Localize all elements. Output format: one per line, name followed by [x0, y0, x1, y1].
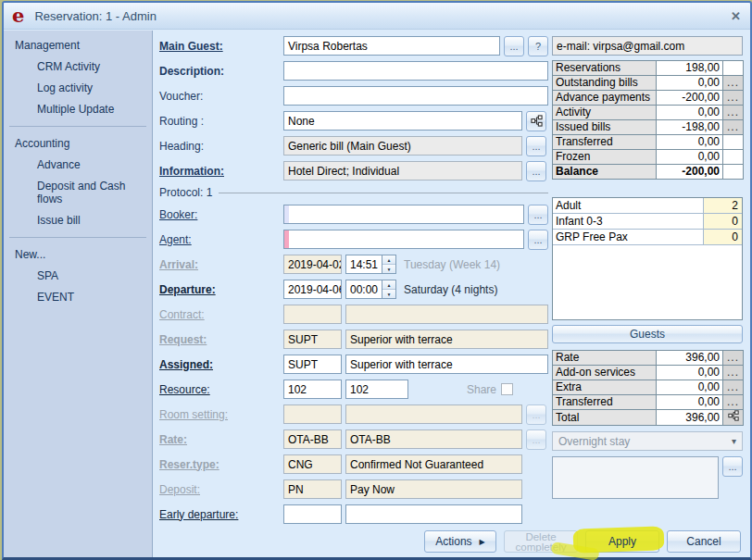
sidebar-item-multiple-update[interactable]: Multiple Update	[4, 98, 152, 119]
arrival-date-input[interactable]: 2019-04-02	[283, 255, 342, 274]
resource-code-input[interactable]: 102	[283, 380, 342, 399]
early-departure-name-input[interactable]	[345, 504, 522, 524]
cancel-button[interactable]: Cancel	[667, 530, 741, 553]
actions-button[interactable]: Actions▶	[424, 530, 496, 553]
pax-row: Adult2	[553, 198, 742, 214]
reser-type-name-input[interactable]: Confirmed Not Guaranteed	[345, 454, 522, 474]
table-row: Activity0,00...	[553, 106, 744, 120]
deposit-code-input[interactable]: PN	[283, 479, 342, 499]
apply-button[interactable]: Apply	[585, 530, 659, 553]
main-guest-help-button[interactable]: ?	[528, 36, 548, 56]
spin-down-icon[interactable]: ▼	[382, 264, 395, 273]
grp-free-pax-cell[interactable]: 0	[703, 230, 742, 244]
agent-label: Agent:	[159, 233, 283, 246]
routing-label: Routing :	[159, 115, 283, 128]
sidebar-section-management: Management	[4, 31, 152, 56]
heading-browse-button[interactable]: ...	[526, 136, 546, 156]
pax-row: Infant 0-30	[553, 214, 742, 230]
close-icon[interactable]: ✕	[731, 9, 741, 23]
sidebar-item-issue-bill[interactable]: Issue bill	[4, 209, 152, 230]
table-row: Extra0,00...	[553, 380, 744, 395]
protocol-group: Protocol: 1	[159, 183, 548, 202]
table-row: Rate396,00...	[553, 351, 744, 366]
table-row: Add-on services0,00...	[553, 366, 744, 380]
arrival-time-spinner[interactable]: ▲▼	[382, 255, 395, 273]
share-checkbox[interactable]	[501, 383, 513, 395]
departure-time-spinner[interactable]: ▲▼	[382, 280, 395, 298]
main-guest-label: Main Guest:	[159, 40, 283, 53]
booker-label: Booker:	[159, 208, 283, 221]
notes-textarea[interactable]	[552, 456, 719, 499]
routing-input[interactable]: None	[283, 111, 522, 131]
table-row: Frozen0,00	[553, 150, 744, 165]
agent-browse-button[interactable]: ...	[528, 230, 548, 250]
reser-type-label: Reser.type:	[159, 458, 283, 471]
extra-browse-button[interactable]: ...	[723, 380, 744, 395]
rate-label: Rate:	[159, 433, 283, 446]
guests-button[interactable]: Guests	[552, 325, 743, 343]
routing-tree-icon[interactable]	[526, 111, 546, 131]
rate-code-input[interactable]: OTA-BB	[283, 429, 342, 449]
early-departure-code-input[interactable]	[283, 504, 342, 524]
sidebar-item-crm-activity[interactable]: CRM Activity	[4, 56, 152, 77]
transferred-browse-button[interactable]: ...	[723, 395, 744, 410]
contract-code-input[interactable]	[283, 305, 342, 324]
pax-row: GRP Free Pax0	[553, 230, 742, 245]
sidebar-item-advance[interactable]: Advance	[4, 154, 152, 175]
addon-services-browse-button[interactable]: ...	[723, 366, 744, 380]
adult-count-cell[interactable]: 2	[703, 198, 742, 213]
total-routing-icon[interactable]	[723, 410, 744, 426]
sidebar-item-log-activity[interactable]: Log activity	[4, 77, 152, 98]
assigned-name-input[interactable]: Superior with terrace	[345, 355, 548, 374]
room-setting-browse-button[interactable]: ...	[526, 404, 546, 425]
information-label: Information:	[159, 165, 283, 178]
sidebar-item-deposit-cash-flows[interactable]: Deposit and Cash flows	[4, 175, 152, 209]
information-input[interactable]: Hotel Direct; Individual	[283, 161, 522, 180]
arrival-label: Arrival:	[159, 258, 283, 271]
table-row: Reservations198,00	[553, 61, 744, 76]
finance-summary-table: Reservations198,00 Outstanding bills0,00…	[552, 60, 744, 180]
request-label: Request:	[159, 333, 283, 346]
room-setting-label: Room setting:	[159, 408, 283, 421]
description-input[interactable]	[283, 61, 548, 81]
issued-bills-browse-button[interactable]: ...	[723, 120, 744, 135]
departure-time-input[interactable]: 00:00 ▲▼	[345, 280, 396, 299]
spin-up-icon[interactable]: ▲	[382, 280, 395, 289]
agent-input[interactable]	[283, 230, 524, 249]
request-name-input[interactable]: Superior with terrace	[345, 330, 548, 349]
voucher-label: Voucher:	[159, 90, 283, 103]
rate-browse-button[interactable]: ...	[526, 429, 546, 450]
assigned-code-input[interactable]: SUPT	[283, 355, 342, 374]
spin-down-icon[interactable]: ▼	[382, 289, 395, 298]
rate-name-input[interactable]: OTA-BB	[345, 429, 522, 449]
stay-type-dropdown[interactable]: Overnight stay ▾	[552, 431, 743, 451]
deposit-name-input[interactable]: Pay Now	[345, 479, 522, 499]
room-setting-code-input[interactable]	[283, 404, 342, 424]
sidebar-item-event[interactable]: EVENT	[4, 286, 152, 307]
main-guest-browse-button[interactable]: ...	[504, 36, 524, 56]
notes-browse-button[interactable]: ...	[722, 456, 743, 477]
sidebar-item-spa[interactable]: SPA	[4, 265, 152, 286]
voucher-input[interactable]	[283, 86, 548, 106]
departure-date-input[interactable]: 2019-04-06	[283, 280, 342, 299]
description-label: Description:	[159, 65, 283, 78]
resource-name-input[interactable]: 102	[345, 380, 408, 399]
booker-input[interactable]	[283, 205, 524, 224]
arrival-time-input[interactable]: 14:51 ▲▼	[345, 255, 396, 274]
request-code-input[interactable]: SUPT	[283, 330, 342, 349]
main-guest-input[interactable]: Virpsa Robertas	[283, 36, 500, 56]
room-setting-name-input[interactable]	[345, 404, 522, 424]
outstanding-bills-browse-button[interactable]: ...	[723, 76, 744, 91]
activity-browse-button[interactable]: ...	[723, 106, 744, 120]
rate-detail-browse-button[interactable]: ...	[723, 351, 744, 366]
share-label: Share	[467, 383, 496, 396]
reser-type-code-input[interactable]: CNG	[283, 454, 342, 474]
spin-up-icon[interactable]: ▲	[382, 255, 395, 264]
infant-count-cell[interactable]: 0	[703, 214, 742, 229]
advance-payments-browse-button[interactable]: ...	[723, 91, 744, 106]
heading-input[interactable]: Generic bill (Main Guest)	[283, 136, 522, 156]
contract-name-input[interactable]	[345, 305, 548, 324]
information-browse-button[interactable]: ...	[526, 161, 546, 181]
table-row: Advance payments-200,00...	[553, 91, 744, 106]
booker-browse-button[interactable]: ...	[528, 205, 548, 225]
